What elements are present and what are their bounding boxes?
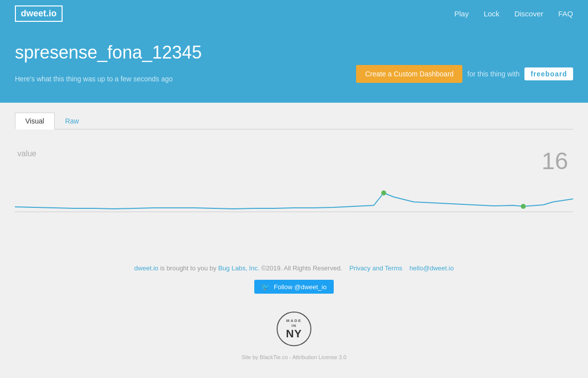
footer-privacy-link[interactable]: Privacy and Terms <box>349 264 402 272</box>
footer-brought-by: is brought to you by <box>160 264 218 272</box>
main-content: Visual Raw value 16 <box>0 103 588 250</box>
dashboard-row: Create a Custom Dashboard for this thing… <box>356 65 573 83</box>
tab-visual[interactable]: Visual <box>15 113 55 129</box>
nav: Play Lock Discover FAQ <box>454 9 573 18</box>
twitter-follow-button[interactable]: 🐦 Follow @dweet_io <box>254 280 333 294</box>
footer-dweet-link[interactable]: dweet.io <box>134 264 158 272</box>
nav-play[interactable]: Play <box>454 9 469 18</box>
footer-buglabs-link[interactable]: Bug Labs, Inc. <box>218 264 259 272</box>
for-this-thing-text: for this thing with <box>467 70 519 78</box>
header: dweet.io Play Lock Discover FAQ <box>0 0 588 27</box>
chart-label: value <box>15 149 36 158</box>
twitter-label: Follow @dweet_io <box>274 283 326 291</box>
twitter-icon: 🐦 <box>261 283 270 291</box>
blacktie-link[interactable]: BlackTie.co <box>260 354 288 360</box>
freeboard-badge: freeboard <box>524 67 573 80</box>
footer-copyright: ©2019. All Rights Reserved. <box>261 264 342 272</box>
chart-current-value: 16 <box>542 149 573 173</box>
site-by-text: Site by <box>241 354 260 360</box>
footer: dweet.io is brought to you by Bug Labs, … <box>0 250 588 378</box>
footer-text: dweet.io is brought to you by Bug Labs, … <box>10 264 578 272</box>
nav-lock[interactable]: Lock <box>484 9 500 18</box>
chart-dot-peak <box>381 190 386 195</box>
chart-dot-recent <box>521 204 526 209</box>
site-by: Site by BlackTie.co - Attribution Licens… <box>10 354 578 360</box>
create-dashboard-button[interactable]: Create a Custom Dashboard <box>356 65 462 83</box>
logo[interactable]: dweet.io <box>15 5 63 22</box>
ny-badge: MADE IN NY <box>277 312 311 346</box>
nav-discover[interactable]: Discover <box>514 9 543 18</box>
nav-faq[interactable]: FAQ <box>558 9 573 18</box>
chart-area: value 16 <box>15 144 573 240</box>
chart-header: value 16 <box>15 149 573 173</box>
chart-svg <box>15 178 573 228</box>
made-in-ny-badge: MADE IN NY <box>10 312 578 346</box>
ny-text: NY <box>286 328 302 339</box>
tab-bar: Visual Raw <box>15 113 573 129</box>
footer-email-link[interactable]: hello@dweet.io <box>410 264 454 272</box>
made-text: MADE <box>286 318 302 323</box>
attribution-text: - Attribution License 3.0 <box>288 354 347 360</box>
chart-svg-wrapper <box>15 178 573 230</box>
hero-section: spresense_fona_12345 Here's what this th… <box>0 27 588 103</box>
hero-subtitle: Here's what this thing was up to a few s… <box>15 75 173 83</box>
page-title: spresense_fona_12345 <box>15 42 573 63</box>
tab-raw[interactable]: Raw <box>55 113 89 129</box>
